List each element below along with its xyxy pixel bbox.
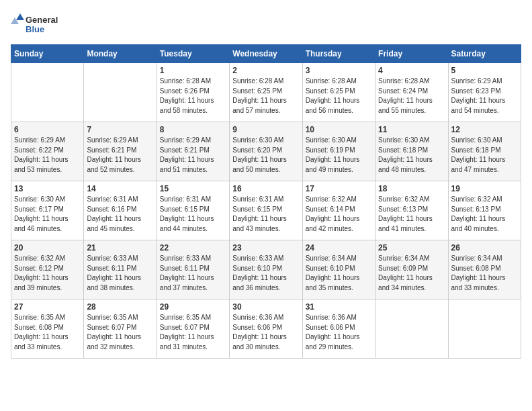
svg-marker-2 xyxy=(16,13,24,20)
calendar-cell: 21Sunrise: 6:33 AMSunset: 6:11 PMDayligh… xyxy=(84,240,157,300)
day-header-thursday: Thursday xyxy=(302,45,375,63)
calendar-cell xyxy=(84,63,157,122)
day-number: 29 xyxy=(160,302,226,312)
day-number: 23 xyxy=(232,243,299,253)
cell-detail: Sunrise: 6:32 AMSunset: 6:12 PMDaylight:… xyxy=(14,254,81,293)
calendar-cell: 29Sunrise: 6:35 AMSunset: 6:07 PMDayligh… xyxy=(157,300,229,359)
cell-detail: Sunrise: 6:28 AMSunset: 6:25 PMDaylight:… xyxy=(306,77,372,116)
cell-detail: Sunrise: 6:34 AMSunset: 6:10 PMDaylight:… xyxy=(306,254,372,293)
cell-detail: Sunrise: 6:28 AMSunset: 6:24 PMDaylight:… xyxy=(378,77,445,116)
cell-detail: Sunrise: 6:36 AMSunset: 6:06 PMDaylight:… xyxy=(232,313,299,352)
day-number: 1 xyxy=(160,66,226,75)
cell-detail: Sunrise: 6:29 AMSunset: 6:21 PMDaylight:… xyxy=(87,136,153,175)
day-number: 27 xyxy=(14,302,81,312)
day-number: 9 xyxy=(232,125,299,134)
day-number: 12 xyxy=(451,125,518,134)
calendar-cell xyxy=(375,300,448,359)
calendar-cell: 2Sunrise: 6:28 AMSunset: 6:25 PMDaylight… xyxy=(230,63,302,122)
cell-detail: Sunrise: 6:31 AMSunset: 6:16 PMDaylight:… xyxy=(87,195,153,234)
calendar-cell: 3Sunrise: 6:28 AMSunset: 6:25 PMDaylight… xyxy=(302,63,375,122)
cell-detail: Sunrise: 6:31 AMSunset: 6:15 PMDaylight:… xyxy=(232,195,299,234)
calendar-cell: 18Sunrise: 6:32 AMSunset: 6:13 PMDayligh… xyxy=(375,181,448,240)
calendar-cell: 16Sunrise: 6:31 AMSunset: 6:15 PMDayligh… xyxy=(230,181,302,240)
day-number: 17 xyxy=(306,184,372,193)
calendar-cell: 22Sunrise: 6:33 AMSunset: 6:11 PMDayligh… xyxy=(157,240,229,300)
cell-detail: Sunrise: 6:28 AMSunset: 6:26 PMDaylight:… xyxy=(160,77,226,116)
day-number: 30 xyxy=(232,302,299,312)
calendar-cell: 12Sunrise: 6:30 AMSunset: 6:18 PMDayligh… xyxy=(448,122,521,181)
cell-detail: Sunrise: 6:33 AMSunset: 6:10 PMDaylight:… xyxy=(232,254,299,293)
calendar-cell: 1Sunrise: 6:28 AMSunset: 6:26 PMDaylight… xyxy=(157,63,229,122)
cell-detail: Sunrise: 6:34 AMSunset: 6:08 PMDaylight:… xyxy=(451,254,518,293)
day-number: 7 xyxy=(87,125,153,134)
calendar-cell: 13Sunrise: 6:30 AMSunset: 6:17 PMDayligh… xyxy=(11,181,84,240)
calendar-cell: 9Sunrise: 6:30 AMSunset: 6:20 PMDaylight… xyxy=(230,122,302,181)
cell-detail: Sunrise: 6:29 AMSunset: 6:22 PMDaylight:… xyxy=(14,136,81,175)
calendar-cell: 19Sunrise: 6:32 AMSunset: 6:13 PMDayligh… xyxy=(448,181,521,240)
calendar-cell: 27Sunrise: 6:35 AMSunset: 6:08 PMDayligh… xyxy=(11,300,84,359)
cell-detail: Sunrise: 6:34 AMSunset: 6:09 PMDaylight:… xyxy=(378,254,445,293)
day-number: 11 xyxy=(378,125,445,134)
calendar-cell: 5Sunrise: 6:29 AMSunset: 6:23 PMDaylight… xyxy=(448,63,521,122)
week-row-4: 20Sunrise: 6:32 AMSunset: 6:12 PMDayligh… xyxy=(11,240,521,300)
calendar-cell: 30Sunrise: 6:36 AMSunset: 6:06 PMDayligh… xyxy=(230,300,302,359)
day-number: 18 xyxy=(378,184,445,193)
day-number: 26 xyxy=(451,243,518,253)
week-row-3: 13Sunrise: 6:30 AMSunset: 6:17 PMDayligh… xyxy=(11,181,521,240)
calendar-cell: 6Sunrise: 6:29 AMSunset: 6:22 PMDaylight… xyxy=(11,122,84,181)
day-header-tuesday: Tuesday xyxy=(157,45,229,63)
calendar-cell: 7Sunrise: 6:29 AMSunset: 6:21 PMDaylight… xyxy=(84,122,157,181)
day-number: 14 xyxy=(87,184,153,193)
day-number: 16 xyxy=(232,184,299,193)
day-header-monday: Monday xyxy=(84,45,157,63)
cell-detail: Sunrise: 6:35 AMSunset: 6:07 PMDaylight:… xyxy=(160,313,226,352)
calendar-cell: 25Sunrise: 6:34 AMSunset: 6:09 PMDayligh… xyxy=(375,240,448,300)
calendar-cell: 10Sunrise: 6:30 AMSunset: 6:19 PMDayligh… xyxy=(302,122,375,181)
cell-detail: Sunrise: 6:30 AMSunset: 6:17 PMDaylight:… xyxy=(14,195,81,234)
cell-detail: Sunrise: 6:29 AMSunset: 6:23 PMDaylight:… xyxy=(451,77,518,116)
day-number: 22 xyxy=(160,243,226,253)
cell-detail: Sunrise: 6:32 AMSunset: 6:13 PMDaylight:… xyxy=(378,195,445,234)
calendar-cell: 14Sunrise: 6:31 AMSunset: 6:16 PMDayligh… xyxy=(84,181,157,240)
day-number: 28 xyxy=(87,302,153,312)
cell-detail: Sunrise: 6:30 AMSunset: 6:20 PMDaylight:… xyxy=(232,136,299,175)
day-number: 15 xyxy=(160,184,226,193)
svg-text:Blue: Blue xyxy=(26,24,44,34)
day-header-saturday: Saturday xyxy=(448,45,521,63)
day-number: 25 xyxy=(378,243,445,253)
cell-detail: Sunrise: 6:28 AMSunset: 6:25 PMDaylight:… xyxy=(232,77,299,116)
header-row: SundayMondayTuesdayWednesdayThursdayFrid… xyxy=(11,45,521,63)
cell-detail: Sunrise: 6:36 AMSunset: 6:06 PMDaylight:… xyxy=(306,313,372,352)
day-number: 24 xyxy=(306,243,372,253)
cell-detail: Sunrise: 6:35 AMSunset: 6:08 PMDaylight:… xyxy=(14,313,81,352)
page-header: General Blue xyxy=(11,11,521,36)
calendar-cell: 26Sunrise: 6:34 AMSunset: 6:08 PMDayligh… xyxy=(448,240,521,300)
cell-detail: Sunrise: 6:29 AMSunset: 6:21 PMDaylight:… xyxy=(160,136,226,175)
cell-detail: Sunrise: 6:30 AMSunset: 6:18 PMDaylight:… xyxy=(451,136,518,175)
day-number: 6 xyxy=(14,125,81,134)
day-header-sunday: Sunday xyxy=(11,45,84,63)
cell-detail: Sunrise: 6:32 AMSunset: 6:13 PMDaylight:… xyxy=(451,195,518,234)
calendar-cell: 11Sunrise: 6:30 AMSunset: 6:18 PMDayligh… xyxy=(375,122,448,181)
cell-detail: Sunrise: 6:31 AMSunset: 6:15 PMDaylight:… xyxy=(160,195,226,234)
logo: General Blue xyxy=(11,11,58,36)
week-row-2: 6Sunrise: 6:29 AMSunset: 6:22 PMDaylight… xyxy=(11,122,521,181)
day-number: 19 xyxy=(451,184,518,193)
cell-detail: Sunrise: 6:30 AMSunset: 6:19 PMDaylight:… xyxy=(306,136,372,175)
day-number: 3 xyxy=(306,66,372,75)
day-number: 10 xyxy=(306,125,372,134)
cell-detail: Sunrise: 6:33 AMSunset: 6:11 PMDaylight:… xyxy=(160,254,226,293)
calendar-cell: 20Sunrise: 6:32 AMSunset: 6:12 PMDayligh… xyxy=(11,240,84,300)
day-number: 21 xyxy=(87,243,153,253)
calendar-cell: 24Sunrise: 6:34 AMSunset: 6:10 PMDayligh… xyxy=(302,240,375,300)
svg-text:General: General xyxy=(26,15,58,25)
day-header-wednesday: Wednesday xyxy=(230,45,302,63)
day-number: 20 xyxy=(14,243,81,253)
day-number: 2 xyxy=(232,66,299,75)
logo-svg: General Blue xyxy=(11,11,58,36)
day-header-friday: Friday xyxy=(375,45,448,63)
cell-detail: Sunrise: 6:32 AMSunset: 6:14 PMDaylight:… xyxy=(306,195,372,234)
calendar-cell: 4Sunrise: 6:28 AMSunset: 6:24 PMDaylight… xyxy=(375,63,448,122)
calendar-cell: 17Sunrise: 6:32 AMSunset: 6:14 PMDayligh… xyxy=(302,181,375,240)
calendar-cell: 23Sunrise: 6:33 AMSunset: 6:10 PMDayligh… xyxy=(230,240,302,300)
